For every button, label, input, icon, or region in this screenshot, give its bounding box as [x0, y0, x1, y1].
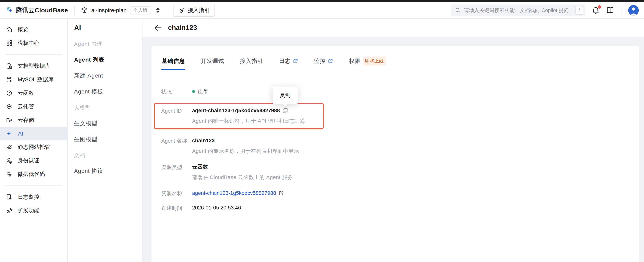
- field-label: Agent 名称: [161, 137, 192, 145]
- lowcode-icon: [6, 171, 12, 177]
- field-label: 资源类型: [161, 163, 192, 171]
- subpanel-group-header: 文档: [74, 152, 142, 159]
- guide-button[interactable]: 接入指引: [174, 4, 215, 17]
- sidebar-item-label: 云存储: [18, 116, 34, 124]
- static-hosting-icon: [6, 144, 12, 150]
- status-value: 正常: [198, 88, 208, 95]
- sidebar-divider: [5, 185, 62, 186]
- field-agent-id: Agent ID agent-chain123-1g5kodcv58827988…: [161, 107, 306, 125]
- field-agent-name: Agent 名称 chain123 Agent 的显示名称，用于在列表和界面中展…: [161, 137, 639, 155]
- sidebar-item-cloud-storage[interactable]: 云存储: [0, 113, 67, 127]
- sidebar-item-overview[interactable]: 概览: [0, 23, 67, 36]
- search-input[interactable]: 请输入关键词搜索功能、文档或向 Copilot 提问 /: [451, 4, 585, 16]
- cloudbase-logo-icon: [6, 6, 13, 14]
- sidebar-item-templates[interactable]: 模板中心: [0, 36, 67, 50]
- sidebar-item-label: AI: [18, 131, 23, 137]
- basic-info-fields: 状态 正常 Agent ID agent-chain123-1g5kodcv58…: [161, 88, 639, 212]
- field-description: Agent 的显示名称，用于在列表和界面中展示: [192, 147, 639, 155]
- ai-sparkles-icon: [6, 130, 13, 137]
- field-resource-type: 资源类型 云函数 部署在 CloudBase 云函数上的 Agent 服务: [161, 163, 639, 181]
- plan-badge: 个人版: [130, 6, 151, 14]
- sidebar-item-label: MySQL 数据库: [18, 76, 54, 83]
- template-icon: [6, 40, 12, 46]
- user-avatar[interactable]: [628, 5, 639, 15]
- open-external-icon[interactable]: [278, 190, 284, 196]
- divider: [621, 6, 622, 15]
- sidebar-item-extensions[interactable]: 扩展功能: [0, 204, 67, 217]
- doc-database-icon: [6, 63, 12, 69]
- field-resource-name: 资源名称 agent-chain123-1g5kodcv58827988: [161, 189, 639, 197]
- subpanel-item-agent-protocol[interactable]: Agent 协议: [74, 167, 142, 175]
- auth-icon: [6, 157, 12, 164]
- sidebar-item-auth[interactable]: 身份认证: [0, 154, 67, 167]
- back-arrow-icon[interactable]: [154, 24, 162, 31]
- sidebar-item-label: 文档型数据库: [18, 62, 50, 70]
- tab-logs[interactable]: 日志: [279, 57, 298, 65]
- home-icon: [6, 26, 12, 33]
- tab-bar: 基础信息 开发调试 接入指引 日志: [161, 56, 394, 70]
- subpanel-item-new-agent[interactable]: 新建 Agent: [74, 72, 142, 80]
- cloud-function-icon: [6, 90, 12, 96]
- divider: [167, 6, 167, 15]
- tab-basic-info[interactable]: 基础信息: [162, 57, 185, 65]
- tab-dev-debug[interactable]: 开发调试: [201, 57, 224, 65]
- brand[interactable]: 腾讯云CloudBase: [6, 6, 68, 15]
- cloud-run-icon: [6, 103, 12, 110]
- sidebar-item-mysql-database[interactable]: MySQL 数据库: [0, 73, 67, 86]
- chevron-sort-icon: [156, 7, 160, 13]
- sidebar-item-cloud-run[interactable]: 云托管: [0, 100, 67, 113]
- external-link-icon: [328, 58, 333, 64]
- copy-button[interactable]: 复制: [282, 108, 288, 114]
- copy-tooltip: 复制: [272, 87, 298, 104]
- sidebar-item-label: 概览: [18, 26, 28, 33]
- tab-monitor[interactable]: 监控: [314, 57, 333, 65]
- created-at-value: 2026-01-05 20:53:46: [192, 204, 241, 212]
- sidebar-item-label: 云托管: [18, 103, 34, 110]
- extensions-icon: [6, 207, 12, 214]
- subpanel-group-header: Agent 管理: [74, 40, 142, 48]
- field-label: 创建时间: [161, 204, 192, 212]
- field-description: 部署在 CloudBase 云函数上的 Agent 服务: [192, 174, 639, 181]
- field-description: Agent 的唯一标识符，用于 API 调用和日志追踪: [192, 117, 306, 125]
- subpanel-group-header: 大模型: [74, 104, 142, 111]
- agent-id-highlight-box: Agent ID agent-chain123-1g5kodcv58827988…: [154, 103, 324, 129]
- cloud-storage-icon: [6, 117, 12, 123]
- agent-name-value: chain123: [192, 137, 215, 144]
- sidebar-item-cloud-function[interactable]: 云函数: [0, 86, 67, 100]
- brand-title: 腾讯云CloudBase: [16, 6, 68, 15]
- top-navbar: 腾讯云CloudBase ai-inspire-plan 个人版: [0, 2, 644, 19]
- search-placeholder: 请输入关键词搜索功能、文档或向 Copilot 提问: [464, 7, 572, 14]
- sidebar-item-doc-database[interactable]: 文档型数据库: [0, 59, 67, 73]
- primary-sidebar: 概览 模板中心 文档型数据库: [0, 19, 68, 262]
- sidebar-item-ai[interactable]: AI: [0, 127, 67, 140]
- sidebar-item-label: 云函数: [18, 89, 34, 97]
- subpanel-item-agent-template[interactable]: Agent 模板: [74, 88, 142, 96]
- field-label: Agent ID: [161, 107, 192, 115]
- sidebar-item-label: 静态网站托管: [18, 143, 50, 151]
- field-label: 资源名称: [161, 189, 192, 197]
- sidebar-item-static-hosting[interactable]: 静态网站托管: [0, 140, 67, 154]
- field-status: 状态 正常: [161, 88, 639, 96]
- tab-access-guide[interactable]: 接入指引: [240, 57, 263, 65]
- sidebar-item-label: 扩展功能: [18, 207, 40, 214]
- sidebar-item-log-monitor[interactable]: 日志监控: [0, 190, 67, 204]
- agent-id-value: agent-chain123-1g5kodcv58827988: [192, 107, 280, 114]
- search-icon: [455, 7, 461, 13]
- subpanel-item-agent-list[interactable]: Agent 列表: [74, 56, 142, 64]
- subpanel-item-text-model[interactable]: 生文模型: [74, 120, 142, 127]
- ai-subpanel: AI Agent 管理 Agent 列表 新建 Agent Agent 模板 大…: [68, 19, 142, 262]
- subpanel-item-image-model[interactable]: 生图模型: [74, 135, 142, 143]
- project-selector[interactable]: ai-inspire-plan 个人版: [81, 6, 160, 14]
- cube-icon: [81, 7, 88, 14]
- page-title: chain123: [168, 24, 197, 32]
- field-label: 状态: [161, 88, 192, 96]
- sidebar-item-lowcode[interactable]: 微搭低代码: [0, 167, 67, 181]
- notification-button[interactable]: [592, 6, 600, 14]
- divider: [74, 6, 75, 15]
- mysql-database-icon: [6, 76, 12, 83]
- field-created-at: 创建时间 2026-01-05 20:53:46: [161, 204, 639, 212]
- docs-button[interactable]: [606, 6, 614, 14]
- sidebar-item-label: 模板中心: [18, 39, 40, 47]
- tab-permissions[interactable]: 权限 即将上线: [349, 56, 386, 65]
- resource-name-link[interactable]: agent-chain123-1g5kodcv58827988: [192, 189, 276, 197]
